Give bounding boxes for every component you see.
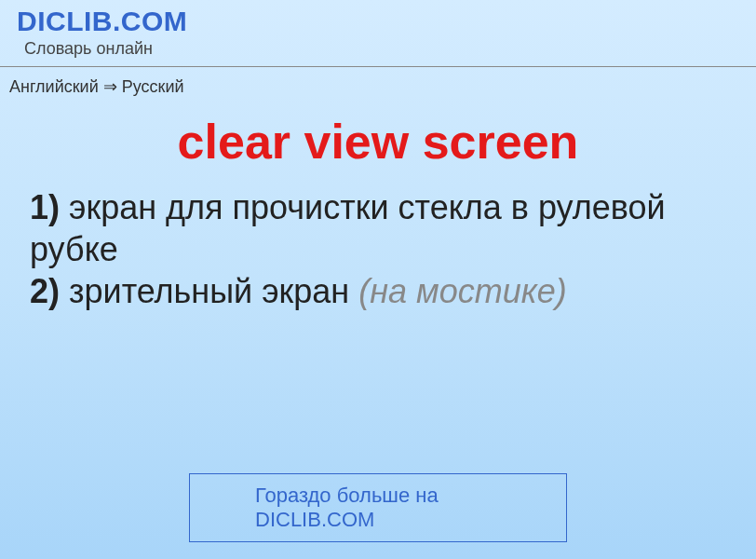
definition-note: (на мостике) bbox=[358, 272, 567, 310]
breadcrumb: Английский ⇒ Русский bbox=[0, 67, 756, 97]
entry-term: clear view screen bbox=[15, 114, 741, 170]
footer-link[interactable]: Гораздо больше на DICLIB.COM bbox=[255, 484, 439, 531]
definition-number: 1) bbox=[30, 188, 60, 226]
main-content: clear view screen 1) экран для прочистки… bbox=[0, 114, 756, 312]
tagline: Словарь онлайн bbox=[24, 39, 756, 59]
footer-link-box[interactable]: Гораздо больше на DICLIB.COM bbox=[189, 473, 567, 542]
definition-number: 2) bbox=[30, 272, 60, 310]
header: DICLIB.COM Словарь онлайн bbox=[0, 0, 756, 59]
definition-text: экран для прочистки стекла в рулевой руб… bbox=[30, 188, 666, 268]
definition-text: зрительный экран bbox=[69, 272, 349, 310]
breadcrumb-text: Английский ⇒ Русский bbox=[9, 77, 184, 96]
definitions: 1) экран для прочистки стекла в рулевой … bbox=[15, 186, 741, 312]
definition-item: 1) экран для прочистки стекла в рулевой … bbox=[30, 186, 726, 270]
definition-item: 2) зрительный экран (на мостике) bbox=[30, 270, 726, 312]
site-title[interactable]: DICLIB.COM bbox=[17, 6, 756, 37]
